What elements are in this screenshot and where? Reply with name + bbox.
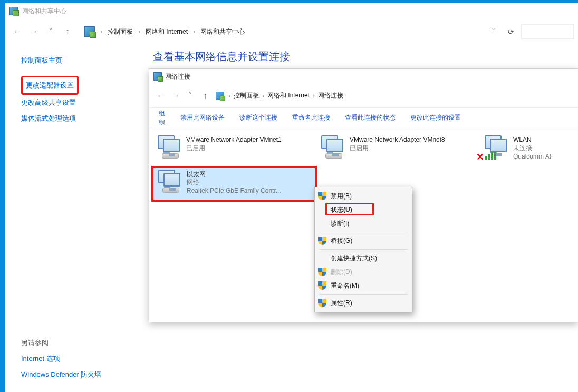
titlebar[interactable]: 网络和共享中心 xyxy=(5,3,578,19)
menu-item-label: 禁用(B) xyxy=(331,192,352,201)
adapter-name: VMware Network Adapter VMnet8 xyxy=(350,135,445,144)
chevron-right-icon[interactable]: › xyxy=(261,92,265,100)
window-title: 网络和共享中心 xyxy=(22,7,66,16)
nav-forward-button[interactable]: → xyxy=(168,89,183,103)
nav-forward-button[interactable]: → xyxy=(26,24,41,39)
breadcrumb-item[interactable]: 控制面板 xyxy=(232,91,261,100)
nav-recent-button[interactable]: ˅ xyxy=(43,24,58,39)
main-window: 网络和共享中心 ← → ˅ ↑ › 控制面板 › 网络和 Internet › … xyxy=(5,3,578,392)
menu-separator xyxy=(319,294,408,295)
menu-diagnose[interactable]: 诊断(I) xyxy=(315,217,412,230)
adapter-wlan[interactable]: ✕ WLAN 未连接 Qualcomm At xyxy=(479,133,574,167)
adapter-desc: Qualcomm At xyxy=(513,152,551,161)
breadcrumb-item[interactable]: 网络和共享中心 xyxy=(198,27,247,36)
adapter-status: 未连接 xyxy=(513,144,551,152)
shield-icon xyxy=(318,192,326,200)
sidebar-internet-options-link[interactable]: Internet 选项 xyxy=(21,351,101,367)
adapter-status: 已启用 xyxy=(350,144,445,152)
adapter-ethernet[interactable]: 以太网 网络 Realtek PCIe GbE Family Contr... xyxy=(152,167,316,201)
nav-up-button[interactable]: ↑ xyxy=(198,89,213,103)
toolbar-rename[interactable]: 重命名此连接 xyxy=(292,113,330,122)
toolbar-settings[interactable]: 更改此连接的设置 xyxy=(410,113,461,122)
chevron-right-icon[interactable]: › xyxy=(312,92,316,100)
menu-rename[interactable]: 重命名(M) xyxy=(315,279,412,292)
nested-window-title: 网络连接 xyxy=(165,72,190,81)
highlight-box-status xyxy=(325,203,374,215)
menu-item-label: 创建快捷方式(S) xyxy=(331,254,377,263)
context-menu: 禁用(B) 状态(U) 诊断(I) 桥接(G) 创建快捷方式(S) 删除(D) … xyxy=(314,187,412,312)
sidebar: 控制面板主页 更改适配器设置 更改高级共享设置 媒体流式处理选项 另请参阅 In… xyxy=(5,47,148,392)
nav-back-button[interactable]: ← xyxy=(153,89,168,103)
addressbar: ← → ˅ ↑ › 控制面板 › 网络和 Internet › 网络和共享中心 … xyxy=(5,19,578,44)
see-also-heading: 另请参阅 xyxy=(21,335,101,351)
menu-item-label: 诊断(I) xyxy=(331,219,349,228)
menu-item-label: 属性(R) xyxy=(331,299,352,308)
address-dropdown-button[interactable]: ˅ xyxy=(485,24,501,39)
toolbar-organize[interactable]: 组织 ▾ xyxy=(159,109,166,127)
adapter-desc: Realtek PCIe GbE Family Contr... xyxy=(187,187,281,195)
disconnected-x-icon: ✕ xyxy=(476,151,484,163)
toolbar-diagnose[interactable]: 诊断这个连接 xyxy=(239,113,277,122)
menu-shortcut[interactable]: 创建快捷方式(S) xyxy=(315,251,412,265)
network-connections-icon xyxy=(153,72,162,81)
nested-addressbar: ← → ˅ ↑ › 控制面板 › 网络和 Internet › 网络连接 xyxy=(149,84,578,108)
desktop-edge-left xyxy=(0,0,5,392)
nav-recent-button[interactable]: ˅ xyxy=(183,89,198,103)
menu-separator xyxy=(319,249,408,250)
shield-icon xyxy=(318,281,326,290)
adapter-name: VMware Network Adapter VMnet1 xyxy=(186,135,282,144)
sidebar-see-also: 另请参阅 Internet 选项 Windows Defender 防火墙 xyxy=(21,335,101,383)
nested-titlebar[interactable]: 网络连接 xyxy=(149,69,578,84)
menu-delete: 删除(D) xyxy=(315,265,412,279)
nav-up-button[interactable]: ↑ xyxy=(60,24,75,39)
shield-icon xyxy=(318,299,326,307)
sidebar-advanced-sharing-link[interactable]: 更改高级共享设置 xyxy=(21,95,148,111)
adapter-name: 以太网 xyxy=(187,170,281,178)
sidebar-home-link[interactable]: 控制面板主页 xyxy=(21,53,148,68)
nav-back-button[interactable]: ← xyxy=(9,24,24,39)
refresh-button[interactable]: ⟳ xyxy=(503,24,519,39)
menu-disable[interactable]: 禁用(B) xyxy=(315,189,412,203)
wifi-adapter-icon: ✕ xyxy=(483,135,509,160)
adapter-vmnet1[interactable]: VMware Network Adapter VMnet1 已启用 xyxy=(152,133,316,167)
shield-icon xyxy=(318,268,326,276)
network-adapter-icon xyxy=(156,170,182,194)
menu-item-label: 重命名(M) xyxy=(331,281,359,290)
adapter-vmnet8[interactable]: VMware Network Adapter VMnet8 已启用 xyxy=(316,133,479,167)
breadcrumb-item[interactable]: 网络连接 xyxy=(316,91,345,100)
menu-item-label: 删除(D) xyxy=(331,268,352,277)
menu-bridge[interactable]: 桥接(G) xyxy=(315,234,412,248)
adapter-name: WLAN xyxy=(513,135,551,144)
sidebar-media-streaming-link[interactable]: 媒体流式处理选项 xyxy=(21,111,148,126)
chevron-right-icon[interactable]: › xyxy=(99,28,103,35)
chevron-right-icon[interactable]: › xyxy=(137,28,141,35)
toolbar: 组织 ▾ 禁用此网络设备 诊断这个连接 重命名此连接 查看此连接的状态 更改此连… xyxy=(149,108,578,128)
toolbar-disable[interactable]: 禁用此网络设备 xyxy=(180,113,225,122)
menu-separator xyxy=(319,232,408,232)
breadcrumb-item[interactable]: 网络和 Internet xyxy=(143,27,190,36)
network-center-icon xyxy=(9,7,18,15)
menu-properties[interactable]: 属性(R) xyxy=(315,296,412,310)
address-app-icon xyxy=(216,92,224,100)
breadcrumb-item[interactable]: 网络和 Internet xyxy=(265,91,312,100)
shield-icon xyxy=(318,237,326,245)
adapter-status: 网络 xyxy=(187,178,281,187)
content-heading: 查看基本网络信息并设置连接 xyxy=(148,47,578,68)
toolbar-status[interactable]: 查看此连接的状态 xyxy=(345,113,396,122)
sidebar-defender-firewall-link[interactable]: Windows Defender 防火墙 xyxy=(21,367,101,383)
network-adapter-icon xyxy=(319,135,345,160)
highlight-box-adapter-settings: 更改适配器设置 xyxy=(21,76,79,95)
adapter-status: 已启用 xyxy=(186,144,282,152)
network-adapter-icon xyxy=(156,135,182,160)
address-app-icon xyxy=(84,26,95,37)
menu-item-label: 桥接(G) xyxy=(331,237,352,246)
chevron-right-icon[interactable]: › xyxy=(192,28,196,35)
breadcrumb-item[interactable]: 控制面板 xyxy=(105,27,135,36)
sidebar-adapter-settings-link[interactable]: 更改适配器设置 xyxy=(26,77,74,93)
search-input[interactable] xyxy=(521,24,574,39)
chevron-right-icon[interactable]: › xyxy=(227,92,232,100)
